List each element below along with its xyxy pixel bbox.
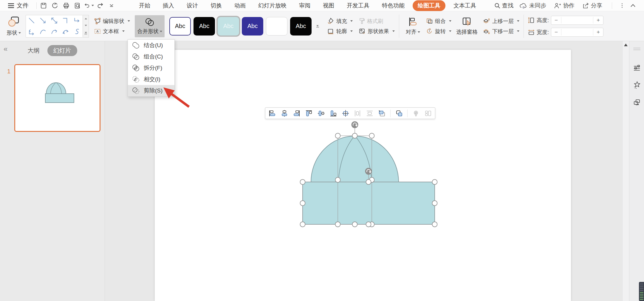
curved-arrow-shape[interactable] bbox=[49, 26, 60, 37]
height-minus-button[interactable]: − bbox=[551, 17, 561, 24]
print-icon[interactable] bbox=[61, 1, 71, 10]
ribbon-divider bbox=[399, 15, 399, 38]
gallery-scroll-up-icon[interactable] bbox=[85, 18, 87, 19]
tab-developer[interactable]: 开发工具 bbox=[340, 0, 376, 11]
tab-text-tools[interactable]: 文本工具 bbox=[447, 0, 482, 11]
freeform-shape[interactable] bbox=[71, 26, 83, 37]
line-shape[interactable] bbox=[26, 15, 37, 26]
double-arrow-shape[interactable] bbox=[49, 15, 60, 26]
style-swatch-2[interactable]: Abc bbox=[193, 17, 215, 35]
tab-slideshow[interactable]: 幻灯片放映 bbox=[252, 0, 293, 11]
align-left-icon[interactable] bbox=[268, 109, 276, 117]
edit-shape-button[interactable]: 编辑形状 bbox=[94, 18, 130, 25]
height-plus-button[interactable]: + bbox=[593, 17, 603, 24]
elbow-arrow-connector-shape[interactable] bbox=[71, 15, 83, 26]
smart-idea-icon[interactable] bbox=[412, 109, 420, 117]
editing-canvas[interactable] bbox=[105, 41, 622, 301]
align-bottom-icon[interactable] bbox=[329, 109, 337, 117]
shapes-button[interactable]: 形状 bbox=[4, 15, 23, 38]
distribute-vertical-icon[interactable] bbox=[366, 109, 374, 117]
merge-shapes-button[interactable]: 合并形状 bbox=[135, 15, 165, 37]
share-button[interactable]: 分享 bbox=[582, 2, 602, 10]
more-options-icon[interactable] bbox=[622, 3, 623, 8]
object-properties-icon[interactable] bbox=[629, 60, 644, 75]
tab-home[interactable]: 开始 bbox=[133, 0, 157, 11]
menu-item-combine[interactable]: 组合(C) bbox=[128, 51, 174, 62]
align-middle-vertical-icon[interactable] bbox=[317, 109, 325, 117]
group-button[interactable]: 组合 bbox=[426, 18, 451, 25]
align-button[interactable]: 对齐 bbox=[403, 16, 422, 37]
redo-icon[interactable] bbox=[95, 1, 105, 10]
tab-insert[interactable]: 插入 bbox=[157, 0, 180, 11]
align-right-icon[interactable] bbox=[293, 109, 301, 117]
shapes-icon bbox=[8, 16, 20, 27]
style-swatch-6[interactable]: Abc bbox=[290, 17, 312, 35]
tab-animations[interactable]: 动画 bbox=[228, 0, 252, 11]
height-input[interactable] bbox=[561, 16, 593, 24]
export-icon[interactable] bbox=[50, 1, 60, 10]
tab-slides[interactable]: 幻灯片 bbox=[47, 45, 77, 56]
width-input[interactable] bbox=[561, 28, 593, 36]
customize-qat-chevron-icon[interactable] bbox=[106, 1, 117, 10]
rotate-button[interactable]: 旋转 bbox=[426, 28, 451, 35]
dome-shape[interactable] bbox=[311, 136, 399, 182]
save-icon[interactable] bbox=[38, 1, 49, 10]
curve-shape[interactable] bbox=[37, 26, 49, 37]
layout-options-icon[interactable] bbox=[424, 109, 432, 117]
bring-forward-button[interactable]: 上移一层 bbox=[483, 18, 519, 25]
rectangle-shape[interactable] bbox=[303, 182, 435, 224]
center-in-slide-icon[interactable] bbox=[342, 109, 349, 117]
switch-pages-icon[interactable] bbox=[629, 95, 644, 110]
distribute-horizontal-icon[interactable] bbox=[354, 109, 361, 117]
rotate-handle-petal[interactable] bbox=[352, 121, 358, 128]
canvas-scrollbar[interactable] bbox=[622, 41, 629, 301]
file-menu-button[interactable]: 文件 bbox=[0, 1, 35, 10]
merge-combine-icon[interactable] bbox=[395, 109, 403, 117]
effects-star-icon[interactable] bbox=[629, 78, 644, 92]
tab-review[interactable]: 审阅 bbox=[293, 0, 317, 11]
arrow-shape[interactable] bbox=[37, 15, 49, 26]
fill-button[interactable]: 填充 bbox=[327, 18, 353, 25]
tab-special-features[interactable]: 特色功能 bbox=[376, 0, 411, 11]
gallery-more-icon[interactable] bbox=[84, 32, 87, 34]
width-minus-button[interactable]: − bbox=[551, 29, 561, 35]
shape-effects-button[interactable]: 形状效果 bbox=[359, 28, 395, 35]
menu-item-fragment[interactable]: 拆分(F) bbox=[128, 62, 174, 74]
align-center-horizontal-icon[interactable] bbox=[281, 109, 288, 117]
gallery-scroll-down-icon[interactable] bbox=[85, 25, 87, 26]
tab-outline[interactable]: 大纲 bbox=[28, 47, 40, 55]
tab-design[interactable]: 设计 bbox=[180, 0, 204, 11]
style-gallery-more-icon[interactable] bbox=[314, 17, 321, 35]
rotate-handle-rectangle[interactable] bbox=[365, 168, 372, 175]
undo-icon[interactable] bbox=[84, 1, 94, 10]
align-top-icon[interactable] bbox=[305, 109, 313, 117]
curved-double-arrow-shape[interactable] bbox=[60, 26, 71, 37]
scrollbar-up-icon[interactable] bbox=[624, 44, 628, 46]
outline-button[interactable]: 轮廓 bbox=[327, 28, 353, 35]
text-box-button[interactable]: A 文本框 bbox=[94, 28, 130, 35]
menu-item-union[interactable]: 结合(U) bbox=[128, 40, 174, 51]
style-swatch-1[interactable]: Abc bbox=[169, 17, 191, 35]
style-swatch-5[interactable]: Abc bbox=[266, 17, 287, 35]
fit-to-shape-icon[interactable] bbox=[378, 109, 386, 117]
style-swatch-4[interactable]: Abc bbox=[242, 17, 263, 35]
tab-drawing-tools[interactable]: 绘图工具 bbox=[413, 0, 445, 11]
collapse-ribbon-icon[interactable] bbox=[630, 4, 636, 7]
slide-thumbnail-1[interactable] bbox=[14, 64, 100, 132]
send-backward-button[interactable]: 下移一层 bbox=[483, 28, 519, 35]
sidebar-drag-handle[interactable] bbox=[633, 48, 640, 50]
width-label: 宽度: bbox=[537, 29, 549, 36]
panel-tabs: 大纲 幻灯片 bbox=[0, 41, 105, 60]
elbow-connector-shape[interactable] bbox=[60, 15, 71, 26]
print-preview-icon[interactable] bbox=[72, 1, 83, 10]
elbow-double-arrow-connector-shape[interactable] bbox=[26, 26, 37, 37]
sync-status-button[interactable]: 未同步 bbox=[519, 2, 546, 10]
menu-item-intersect[interactable]: 相交(I) bbox=[128, 74, 174, 85]
selection-pane-button[interactable]: 选择窗格 bbox=[454, 16, 480, 37]
style-swatch-3-selected[interactable]: Abc bbox=[218, 17, 239, 35]
width-plus-button[interactable]: + bbox=[593, 29, 603, 35]
tab-transitions[interactable]: 切换 bbox=[204, 0, 228, 11]
tab-view[interactable]: 视图 bbox=[317, 0, 340, 11]
find-button[interactable]: 查找 bbox=[494, 2, 513, 10]
collaborate-button[interactable]: 协作 bbox=[554, 2, 575, 10]
